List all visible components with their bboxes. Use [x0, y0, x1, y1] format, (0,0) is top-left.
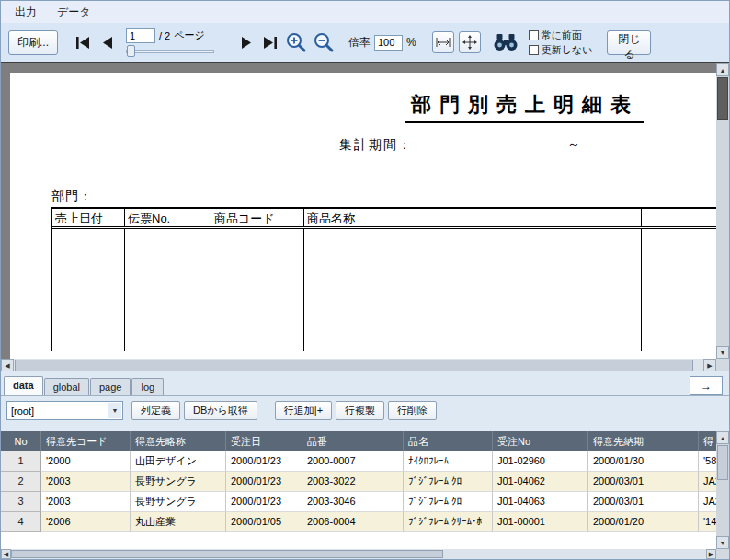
zoom-out-icon[interactable]	[313, 31, 335, 53]
first-page-icon[interactable]	[74, 37, 91, 49]
root-select[interactable]: [root] ▼	[6, 401, 123, 420]
scrollbar-thumb[interactable]	[11, 550, 443, 558]
scroll-up-icon[interactable]: ▲	[716, 63, 729, 76]
next-page-icon[interactable]	[238, 37, 255, 49]
row-number-cell[interactable]: 1	[1, 451, 41, 472]
table-cell[interactable]: ﾌﾞｼﾞﾌﾚｰﾑ ｸﾘｰﾑ･ﾎ	[404, 512, 493, 532]
no-update-checkbox[interactable]: 更新しない	[529, 43, 593, 57]
grid-header-cell[interactable]: 品番	[302, 431, 404, 451]
table-cell[interactable]: 2006-0004	[302, 512, 404, 532]
table-cell[interactable]: 2000/01/23	[226, 451, 302, 472]
row-duplicate-button[interactable]: 行複製	[336, 401, 384, 420]
table-cell[interactable]: ﾅｲｸﾛﾌﾚｰﾑ	[404, 451, 493, 472]
scroll-right-icon[interactable]: ▶	[706, 549, 716, 559]
fit-page-button[interactable]	[459, 31, 481, 53]
table-cell[interactable]: J01-04062	[493, 472, 588, 492]
table-cell[interactable]: J01-02960	[493, 451, 588, 472]
table-cell[interactable]: 長野サングラ	[131, 472, 226, 492]
table-cell[interactable]: JA2	[699, 472, 716, 492]
table-cell[interactable]: 2000/01/23	[226, 492, 302, 512]
table-cell[interactable]: 2000/03/01	[588, 472, 699, 492]
table-cell[interactable]: '2003	[41, 472, 131, 492]
close-button[interactable]: 閉じる	[607, 30, 651, 55]
scroll-down-icon[interactable]: ▼	[716, 536, 729, 549]
tab-data[interactable]: data	[4, 376, 43, 395]
preview-vertical-scrollbar[interactable]: ▲ ▼	[716, 63, 729, 359]
page-slider[interactable]	[126, 45, 227, 57]
scroll-right-icon[interactable]: ▶	[703, 359, 716, 372]
prev-page-icon[interactable]	[98, 37, 115, 49]
page-total-label: / 2	[159, 30, 170, 41]
table-cell[interactable]: '58	[699, 451, 716, 472]
table-cell[interactable]: 長野サングラ	[131, 492, 226, 512]
scroll-down-icon[interactable]: ▼	[716, 346, 729, 359]
panel-tabs: data global page log	[4, 376, 165, 395]
always-front-checkbox[interactable]: 常に前面	[529, 29, 593, 42]
tab-page[interactable]: page	[90, 378, 131, 395]
grid-header-cell[interactable]: 得	[699, 431, 716, 451]
grid-header-cell[interactable]: 品名	[404, 431, 493, 451]
table-cell[interactable]: 2000/03/01	[588, 492, 699, 512]
toolbar: 印刷... / 2 ページ	[1, 23, 729, 62]
scrollbar-thumb[interactable]	[717, 445, 728, 480]
grid-header-cell[interactable]: 受注日	[226, 431, 302, 451]
table-cell[interactable]: J01-00001	[493, 512, 588, 532]
table-cell[interactable]: 山田デザイン	[131, 451, 226, 472]
data-grid: No得意先コード得意先略称受注日品番品名受注No得意先納期得 1'2000山田デ…	[1, 431, 716, 549]
menu-output[interactable]: 出力	[5, 2, 47, 23]
table-cell[interactable]: 2000-0007	[302, 451, 404, 472]
zoom-input[interactable]	[374, 35, 403, 51]
print-button[interactable]: 印刷...	[8, 30, 58, 55]
table-cell[interactable]: 2003-3046	[302, 492, 404, 512]
table-cell[interactable]: '2000	[41, 451, 131, 472]
grid-header-cell[interactable]: No	[1, 431, 41, 451]
page-navigator: / 2 ページ	[126, 28, 227, 57]
expand-arrow-button[interactable]: →	[690, 376, 723, 395]
grid-header-cell[interactable]: 得意先略称	[131, 431, 226, 451]
table-cell[interactable]: 2000/01/30	[588, 451, 699, 472]
menu-data[interactable]: データ	[47, 2, 101, 23]
table-cell[interactable]: '2006	[41, 512, 131, 532]
table-cell[interactable]: 2000/01/23	[226, 472, 302, 492]
table-cell[interactable]: 2003-3022	[302, 472, 404, 492]
row-number-cell[interactable]: 3	[1, 492, 41, 512]
report-body-cell	[304, 229, 642, 351]
column-definition-button[interactable]: 列定義	[131, 401, 180, 420]
search-binoculars-icon[interactable]	[493, 33, 519, 51]
page-number-input[interactable]	[126, 28, 155, 43]
scrollbar-thumb[interactable]	[15, 360, 693, 371]
row-number-cell[interactable]: 2	[1, 472, 41, 492]
table-cell[interactable]: JA2	[699, 492, 716, 512]
last-page-icon[interactable]	[262, 37, 279, 49]
scrollbar-thumb[interactable]	[717, 77, 728, 120]
grid-header-cell[interactable]: 受注No	[493, 431, 588, 451]
db-fetch-button[interactable]: DBから取得	[184, 401, 257, 420]
grid-header-cell[interactable]: 得意先コード	[41, 431, 131, 451]
slider-track	[126, 50, 214, 53]
table-cell[interactable]: 丸山産業	[131, 512, 226, 532]
row-number-cell[interactable]: 4	[1, 512, 41, 532]
scroll-left-icon[interactable]: ◀	[1, 549, 11, 559]
fit-width-button[interactable]	[432, 31, 454, 53]
table-cell[interactable]: 2000/01/05	[226, 512, 302, 532]
table-cell[interactable]: 2000/01/20	[588, 512, 699, 532]
zoom-in-icon[interactable]	[285, 31, 307, 53]
tab-log[interactable]: log	[131, 378, 164, 395]
grid-horizontal-scrollbar[interactable]: ◀ ▶	[1, 549, 716, 559]
table-cell[interactable]: ﾌﾞｼﾞﾌﾚｰﾑ ｸﾛ	[404, 472, 493, 492]
table-cell[interactable]: J01-04063	[493, 492, 588, 512]
table-cell[interactable]: ﾌﾞｼﾞﾌﾚｰﾑ ｸﾛ	[404, 492, 493, 512]
report-table: 売上日付 伝票No. 商品コード 商品名称	[51, 207, 717, 351]
preview-horizontal-scrollbar[interactable]: ◀ ▶	[1, 359, 716, 372]
scroll-left-icon[interactable]: ◀	[1, 359, 14, 372]
toolbar-checkboxes: 常に前面 更新しない	[529, 29, 593, 57]
scroll-up-icon[interactable]: ▲	[716, 431, 729, 444]
grid-header-cell[interactable]: 得意先納期	[588, 431, 699, 451]
grid-vertical-scrollbar[interactable]: ▲ ▼	[716, 431, 729, 549]
table-cell[interactable]: '14	[699, 512, 716, 532]
tab-global[interactable]: global	[44, 378, 89, 395]
row-delete-button[interactable]: 行削除	[388, 401, 437, 420]
table-cell[interactable]: '2003	[41, 492, 131, 512]
slider-thumb[interactable]	[127, 45, 135, 57]
row-add-button[interactable]: 行追加|+	[275, 401, 332, 420]
